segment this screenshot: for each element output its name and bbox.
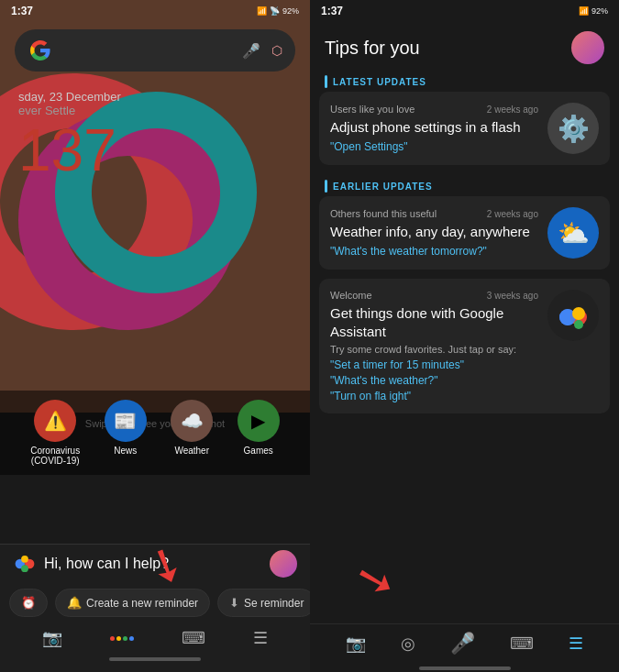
lens-icon[interactable]: ⬡ bbox=[271, 43, 282, 58]
reminder-chip-text: Create a new reminder bbox=[86, 597, 198, 610]
signal-icon-right: 📶 bbox=[579, 6, 589, 16]
reminder-chip[interactable]: 🔔 Create a new reminder bbox=[55, 589, 210, 617]
clock-chip[interactable]: ⏰ bbox=[9, 589, 48, 617]
date-text: sday, 23 December bbox=[18, 90, 292, 104]
tip-meta-assistant: Welcome 3 weeks ago bbox=[330, 290, 538, 301]
tips-title: Tips for you bbox=[325, 38, 420, 59]
signal-icon: 📶 bbox=[257, 6, 267, 16]
left-panel: 1:37 📶 📡 92% 🎤 ⬡ sday, 23 December ever … bbox=[0, 0, 310, 672]
reminder-chip-icon: 🔔 bbox=[67, 596, 82, 610]
assistant-multi-dot-icon bbox=[555, 297, 591, 334]
status-icons-left: 📶 📡 92% bbox=[257, 6, 299, 16]
news-icon: 📰 bbox=[105, 400, 147, 442]
time-right: 1:37 bbox=[321, 5, 343, 17]
status-bar-right: 1:37 📶 92% bbox=[310, 0, 619, 22]
tip-link-weather[interactable]: "What's the weather tomorrow?" bbox=[330, 245, 538, 258]
weather-icon-wrap: ⛅ bbox=[547, 207, 599, 259]
suggestion-2[interactable]: "What's the weather?" bbox=[330, 374, 538, 387]
section-latest-label: LATEST UPDATES bbox=[319, 70, 610, 92]
search-bar[interactable]: 🎤 ⬡ bbox=[15, 29, 295, 72]
covid-label: Coronavirus(COVID-19) bbox=[30, 446, 80, 466]
menu-icon-left[interactable]: ☰ bbox=[253, 628, 268, 648]
time-left: 1:37 bbox=[11, 5, 33, 17]
svg-point-7 bbox=[572, 307, 585, 320]
colored-bars[interactable] bbox=[110, 636, 134, 641]
svg-point-2 bbox=[21, 556, 28, 563]
weather-label: Weather bbox=[174, 446, 209, 456]
mic-icon[interactable]: 🎤 bbox=[242, 42, 260, 60]
gear-icon: ⚙️ bbox=[558, 114, 590, 144]
suggestion-3[interactable]: "Turn on fla ight" bbox=[330, 390, 538, 402]
nav-bar-right: 📷 ◎ 🎤 ⌨ ☰ bbox=[310, 623, 619, 663]
app-icon-weather[interactable]: ☁️ Weather bbox=[171, 400, 213, 466]
set-reminder-icon: ⬇ bbox=[229, 596, 239, 610]
never-settle-text: ever Settle bbox=[18, 104, 292, 117]
mic-icon-right[interactable]: 🎤 bbox=[450, 632, 475, 655]
weather-icon: ☁️ bbox=[171, 400, 213, 442]
status-icons-right: 📶 92% bbox=[579, 6, 608, 16]
keyboard-icon-right[interactable]: ⌨ bbox=[510, 633, 534, 654]
tip-source-assistant: Welcome bbox=[330, 290, 372, 301]
tip-card-weather[interactable]: Others found this useful 2 weeks ago Wea… bbox=[319, 196, 610, 270]
battery-right: 92% bbox=[591, 6, 608, 16]
tip-suggestions-assistant: "Set a timer for 15 minutes" "What's the… bbox=[330, 358, 538, 402]
tip-card-assistant[interactable]: Welcome 3 weeks ago Get things done with… bbox=[319, 279, 610, 413]
games-label: Games bbox=[244, 446, 273, 456]
right-panel: 1:37 📶 92% Tips for you LATEST UPDATES U… bbox=[310, 0, 619, 672]
assistant-icon-wrap bbox=[547, 290, 599, 341]
tip-meta-weather: Others found this useful 2 weeks ago bbox=[330, 208, 538, 219]
tip-card-weather-content: Others found this useful 2 weeks ago Wea… bbox=[330, 208, 538, 258]
clock-chip-icon: ⏰ bbox=[21, 596, 36, 610]
tip-time-assistant: 3 weeks ago bbox=[487, 291, 538, 301]
tip-card-settings[interactable]: Users like you love 2 weeks ago Adjust p… bbox=[319, 92, 610, 165]
app-icon-news[interactable]: 📰 News bbox=[105, 400, 147, 466]
date-widget: sday, 23 December ever Settle 137 bbox=[0, 79, 310, 183]
nav-bar-left: 📷 ⌨ ☰ bbox=[0, 622, 310, 654]
keyboard-icon-left[interactable]: ⌨ bbox=[182, 628, 205, 648]
app-icons-row: ⚠️ Coronavirus(COVID-19) 📰 News ☁️ Weath… bbox=[0, 391, 310, 475]
home-apps: ⚠️ Coronavirus(COVID-19) 📰 News ☁️ Weath… bbox=[18, 400, 292, 466]
tip-card-assistant-content: Welcome 3 weeks ago Get things done with… bbox=[330, 290, 538, 402]
tips-content: LATEST UPDATES Users like you love 2 wee… bbox=[310, 70, 619, 623]
battery-left: 92% bbox=[282, 6, 299, 16]
news-label: News bbox=[114, 446, 137, 456]
games-icon: ▶ bbox=[238, 400, 280, 442]
tip-source-weather: Others found this useful bbox=[330, 208, 437, 219]
settings-icon-wrap: ⚙️ bbox=[547, 103, 599, 154]
tip-headline-assistant: Get things done with Google Assistant bbox=[330, 304, 538, 340]
tip-time-settings: 2 weeks ago bbox=[487, 105, 538, 115]
wifi-icon: 📡 bbox=[270, 6, 280, 16]
set-reminder-chip[interactable]: ⬇ Se reminder bbox=[217, 589, 310, 617]
home-indicator-right bbox=[419, 666, 511, 670]
assistant-logo bbox=[13, 552, 37, 576]
home-indicator-left bbox=[109, 657, 201, 661]
svg-point-3 bbox=[21, 565, 28, 572]
tip-desc-assistant: Try some crowd favorites. Just tap or sa… bbox=[330, 344, 538, 355]
clock-display: 137 bbox=[18, 121, 292, 180]
covid-icon: ⚠️ bbox=[34, 400, 76, 442]
weather-cloud-icon: ⛅ bbox=[558, 218, 590, 248]
suggestion-1[interactable]: "Set a timer for 15 minutes" bbox=[330, 358, 538, 371]
set-reminder-text: Se reminder bbox=[244, 597, 304, 610]
tip-link-settings[interactable]: "Open Settings" bbox=[330, 140, 538, 153]
tips-header: Tips for you bbox=[310, 22, 619, 70]
svg-point-8 bbox=[574, 320, 583, 329]
user-avatar-left bbox=[270, 550, 297, 578]
section-earlier-label: EARLIER UPDATES bbox=[319, 174, 610, 196]
tip-card-settings-content: Users like you love 2 weeks ago Adjust p… bbox=[330, 104, 538, 153]
snapshot-icon-left[interactable]: 📷 bbox=[42, 628, 62, 648]
status-bar-left: 1:37 📶 📡 92% bbox=[0, 0, 310, 22]
app-icon-covid[interactable]: ⚠️ Coronavirus(COVID-19) bbox=[30, 400, 80, 466]
google-g-logo bbox=[28, 38, 53, 63]
snapshot-icon-right[interactable]: 📷 bbox=[346, 633, 366, 654]
search-icon-right[interactable]: ◎ bbox=[401, 633, 415, 654]
tip-headline-weather: Weather info, any day, anywhere bbox=[330, 223, 538, 241]
search-bar-icons: 🎤 ⬡ bbox=[242, 42, 282, 60]
tip-headline-settings: Adjust phone settings in a flash bbox=[330, 118, 538, 137]
app-icon-games[interactable]: ▶ Games bbox=[238, 400, 280, 466]
menu-icon-right[interactable]: ☰ bbox=[569, 633, 583, 654]
tips-avatar bbox=[571, 31, 604, 64]
tip-time-weather: 2 weeks ago bbox=[487, 209, 538, 219]
tip-meta-settings: Users like you love 2 weeks ago bbox=[330, 104, 538, 115]
tip-source-settings: Users like you love bbox=[330, 104, 415, 115]
